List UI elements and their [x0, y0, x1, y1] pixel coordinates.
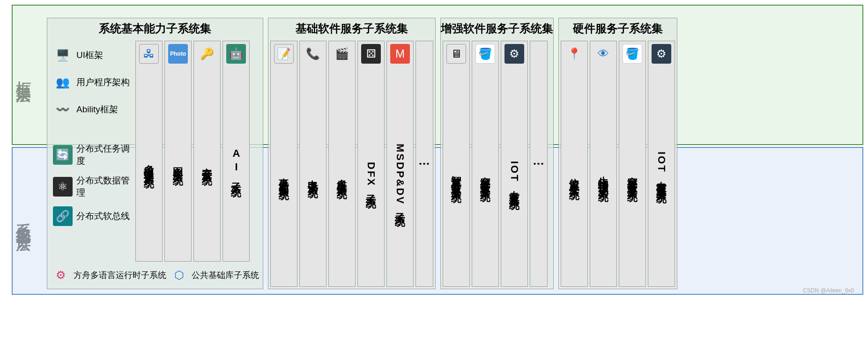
label: 公共基础库子系统 [192, 270, 259, 281]
subsystem-label: 事件通知子系统 [277, 69, 291, 284]
subsystem-icon: 🔑 [197, 44, 217, 64]
data-icon: ⚛ [53, 177, 73, 197]
subsystem-label: 穿戴专有业务子系统 [478, 69, 492, 284]
subsystem-label: MSDP&DV子系统 [393, 69, 407, 284]
subsystem-column: 🖧多模型输入子系统 [135, 41, 163, 262]
group-title: 系统基本能力子系统集 [47, 18, 263, 39]
subsystem-label: 生物特征识别子系统 [596, 69, 610, 284]
subsystem-label: DFX子系统 [364, 69, 378, 284]
subsystem-column: ⚄DFX子系统 [357, 41, 385, 287]
subsystem-icon: M [390, 44, 410, 64]
subsystem-column: 📞电话子系统 [299, 41, 326, 287]
users-icon: 👥 [53, 73, 73, 92]
subsystem-icon: 🤖 [226, 44, 246, 64]
content: 系统基本能力子系统集 🖥️UI框架 👥用户程序架构 〰️Ability框架 🔄分… [42, 5, 863, 295]
ark-runtime-item: ⚙方舟多语言运行时子系统 [51, 265, 166, 285]
label: 用户程序架构 [76, 76, 130, 88]
subsystem-column: 👁生物特征识别子系统 [590, 41, 617, 287]
subsystem-label: 图形子系统 [171, 69, 185, 258]
subsystem-icon: 🖥 [446, 44, 466, 64]
label: UI框架 [76, 49, 103, 61]
group-hardware-service: 硬件服务子系统集 📍位置服务子系统👁生物特征识别子系统🪣穿戴专有业务子系统⚙IO… [558, 18, 677, 289]
dist-data-item: ⚛分布式数据管理 [51, 172, 132, 202]
subsystem-label: IOT专有硬件服务子系统 ⋮ [654, 69, 668, 284]
group-title: 硬件服务子系统集 [559, 18, 677, 39]
subsystem-label: 多模型输入子系统 [142, 69, 156, 258]
dist-scheduler-item: 🔄分布式任务调度 [51, 140, 132, 170]
subsystem-icon: ⚙ [504, 44, 524, 64]
group-title: 基础软件服务子系统集 [268, 18, 435, 39]
framework-layer-label: 框架层 [5, 5, 42, 145]
ui-framework-item: 🖥️UI框架 [51, 43, 132, 68]
subsystem-icon: 📝 [274, 44, 294, 64]
watermark: CSDN @Aileen_0v0 [803, 287, 854, 294]
label: 分布式数据管理 [76, 175, 130, 199]
label: 方舟多语言运行时子系统 [74, 270, 166, 281]
group-basic-capability: 系统基本能力子系统集 🖥️UI框架 👥用户程序架构 〰️Ability框架 🔄分… [47, 18, 263, 289]
subsystem-column: MMSDP&DV子系统 [386, 41, 414, 287]
ability-framework-item: 〰️Ability框架 [51, 97, 132, 122]
subsystem-icon: 📍 [564, 44, 584, 64]
subsystem-icon: ⚙ [652, 44, 671, 64]
subsystem-icon: ⚄ [361, 44, 381, 64]
ellipsis-column: ⋮ [530, 41, 548, 287]
hex-icon: ⬡ [169, 265, 189, 285]
subsystem-label: 穿戴专有业务子系统 [625, 69, 639, 284]
label: Ability框架 [76, 103, 118, 116]
subsystem-icon: 🎬 [332, 44, 352, 64]
subsystem-column: ⚙IOT专有硬件服务子系统 ⋮ [648, 41, 675, 287]
subsystem-label: 智慧屏专有业务子系统 [449, 69, 463, 284]
subsystem-icon: Photo [168, 44, 188, 64]
subsystem-column: Photo图形子系统 [164, 41, 192, 262]
group-basic-software: 基础软件服务子系统集 📝事件通知子系统📞电话子系统🎬多媒体子系统⚄DFX子系统M… [268, 18, 436, 289]
subsystem-icon: 🪣 [475, 44, 495, 64]
subsystem-label: 多媒体子系统 [335, 69, 349, 284]
subsystem-icon: 📞 [303, 44, 323, 64]
ability-icon: 〰️ [53, 100, 73, 119]
subsystem-label: AI子系统 [229, 69, 243, 258]
subsystem-column: 🪣穿戴专有业务子系统 [472, 41, 499, 287]
subsystem-icon: 🪣 [623, 44, 642, 64]
user-app-arch-item: 👥用户程序架构 [51, 70, 132, 95]
bottom-row: ⚙方舟多语言运行时子系统 ⬡公共基础库子系统 [49, 263, 261, 287]
label: 分布式任务调度 [76, 143, 130, 167]
sync-icon: 🔄 [53, 145, 73, 165]
subsystem-column: ⚙IOT专有业务子系统 [501, 41, 528, 287]
label: 分布式软总线 [76, 210, 130, 222]
architecture-diagram: 框架层 系统服务层 系统基本能力子系统集 🖥️UI框架 👥用户程序架构 〰️Ab… [5, 5, 863, 295]
ui-framework-icon: 🖥️ [53, 45, 73, 65]
side-labels: 框架层 系统服务层 [5, 5, 42, 295]
subsystem-column: 📝事件通知子系统 [270, 41, 297, 287]
subsystem-column: 🔑安全子系统 [193, 41, 221, 262]
subsystem-icon: 👁 [594, 44, 613, 64]
group-title: 增强软件服务子系统集 [441, 18, 553, 39]
group-enhanced-software: 增强软件服务子系统集 🖥智慧屏专有业务子系统🪣穿戴专有业务子系统⚙IOT专有业务… [440, 18, 554, 289]
system-service-layer-label: 系统服务层 [5, 145, 42, 295]
subsystem-label: 电话子系统 [306, 69, 320, 284]
subsystem-icon: 🖧 [139, 44, 159, 64]
gear-icon: ⚙ [51, 265, 71, 285]
subsystem-column: 🎬多媒体子系统 [328, 41, 356, 287]
subsystem-label: 位置服务子系统 [567, 69, 581, 284]
subsystem-column: 🤖AI子系统 [223, 41, 250, 262]
bus-icon: 🔗 [53, 206, 73, 226]
subsystem-column: 🖥智慧屏专有业务子系统 [443, 41, 470, 287]
ellipsis-column: ⋮ [415, 41, 433, 287]
common-lib-item: ⬡公共基础库子系统 [169, 265, 259, 285]
subsystem-column: 🪣穿戴专有业务子系统 [619, 41, 646, 287]
subsystem-column: 📍位置服务子系统 [561, 41, 588, 287]
subsystem-label: IOT专有业务子系统 [507, 69, 521, 284]
subsystem-label: 安全子系统 [200, 69, 214, 258]
left-stack: 🖥️UI框架 👥用户程序架构 〰️Ability框架 🔄分布式任务调度 ⚛分布式… [49, 41, 134, 262]
dist-softbus-item: 🔗分布式软总线 [51, 204, 132, 229]
